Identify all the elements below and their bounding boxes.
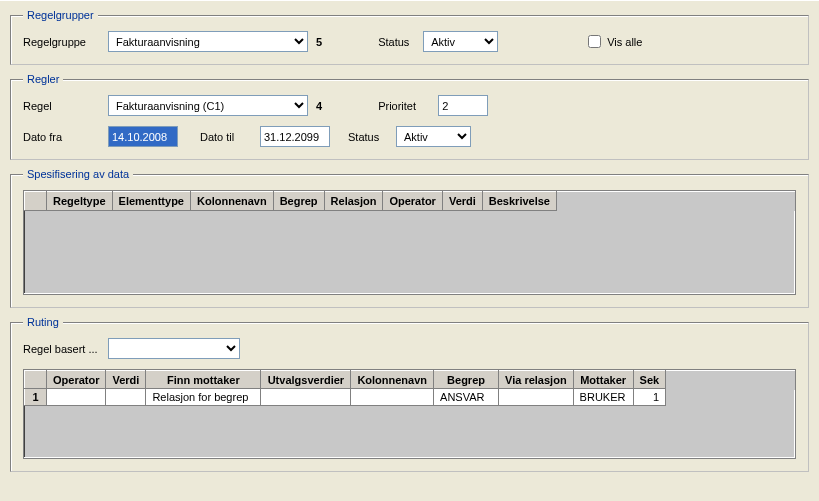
cell-kolonnenavn[interactable] — [351, 389, 434, 406]
label-prioritet: Prioritet — [378, 100, 438, 112]
input-prioritet[interactable] — [438, 95, 488, 116]
cell-utvalgsverdier[interactable] — [261, 389, 351, 406]
label-regelgruppe: Regelgruppe — [23, 36, 108, 48]
table-row[interactable]: 1 Relasjon for begrep ANSVAR BRUKER 1 — [25, 389, 666, 406]
table-spesifisering: Regeltype Elementtype Kolonnenavn Begrep… — [24, 191, 557, 211]
fieldset-regelgrupper: Regelgrupper Regelgruppe Fakturaanvisnin… — [10, 9, 809, 65]
cell-via-relasjon[interactable] — [499, 389, 574, 406]
table-header-row: Operator Verdi Finn mottaker Utvalgsverd… — [25, 371, 666, 389]
col-relasjon[interactable]: Relasjon — [324, 192, 383, 211]
checkbox-vis-alle[interactable] — [588, 35, 601, 48]
label-dato-til: Dato til — [200, 131, 260, 143]
col-kolonnenavn[interactable]: Kolonnenavn — [191, 192, 274, 211]
col-sek[interactable]: Sek — [633, 371, 666, 389]
fieldset-spesifisering: Spesifisering av data Regeltype Elementt… — [10, 168, 809, 308]
col-verdi[interactable]: Verdi — [106, 371, 146, 389]
label-status-regler: Status — [348, 131, 396, 143]
checkbox-vis-alle-wrapper[interactable]: Vis alle — [588, 35, 642, 48]
col-beskrivelse[interactable]: Beskrivelse — [482, 192, 556, 211]
regel-count: 4 — [316, 100, 322, 112]
select-regelgruppe[interactable]: Fakturaanvisning — [108, 31, 308, 52]
grid-ruting[interactable]: Operator Verdi Finn mottaker Utvalgsverd… — [23, 369, 796, 459]
label-regel: Regel — [23, 100, 108, 112]
legend-ruting: Ruting — [23, 316, 63, 328]
config-panel: Regelgrupper Regelgruppe Fakturaanvisnin… — [0, 0, 819, 501]
col-operator[interactable]: Operator — [47, 371, 106, 389]
col-elementtype[interactable]: Elementtype — [112, 192, 190, 211]
input-dato-til[interactable] — [260, 126, 330, 147]
legend-regelgrupper: Regelgrupper — [23, 9, 98, 21]
table-ruting: Operator Verdi Finn mottaker Utvalgsverd… — [24, 370, 666, 406]
cell-finn-mottaker[interactable]: Relasjon for begrep — [146, 389, 261, 406]
cell-rowindex[interactable]: 1 — [25, 389, 47, 406]
col-verdi[interactable]: Verdi — [442, 192, 482, 211]
col-operator[interactable]: Operator — [383, 192, 442, 211]
col-begrep[interactable]: Begrep — [273, 192, 324, 211]
col-rowselector[interactable] — [25, 192, 47, 211]
col-utvalgsverdier[interactable]: Utvalgsverdier — [261, 371, 351, 389]
select-regel-basert[interactable] — [108, 338, 240, 359]
col-regeltype[interactable]: Regeltype — [47, 192, 113, 211]
fieldset-regler: Regler Regel Fakturaanvisning (C1) 4 Pri… — [10, 73, 809, 160]
select-status-regler[interactable]: Aktiv — [396, 126, 471, 147]
cell-verdi[interactable] — [106, 389, 146, 406]
col-kolonnenavn[interactable]: Kolonnenavn — [351, 371, 434, 389]
cell-mottaker[interactable]: BRUKER — [573, 389, 633, 406]
col-rowselector[interactable] — [25, 371, 47, 389]
cell-operator[interactable] — [47, 389, 106, 406]
legend-spesifisering: Spesifisering av data — [23, 168, 133, 180]
regelgruppe-count: 5 — [316, 36, 322, 48]
grid-spesifisering[interactable]: Regeltype Elementtype Kolonnenavn Begrep… — [23, 190, 796, 295]
fieldset-ruting: Ruting Regel basert ... Operator Verdi F… — [10, 316, 809, 472]
label-dato-fra: Dato fra — [23, 131, 108, 143]
cell-begrep[interactable]: ANSVAR — [434, 389, 499, 406]
label-regel-basert: Regel basert ... — [23, 343, 108, 355]
select-status-regelgrupper[interactable]: Aktiv — [423, 31, 498, 52]
table-header-row: Regeltype Elementtype Kolonnenavn Begrep… — [25, 192, 557, 211]
cell-sek[interactable]: 1 — [633, 389, 666, 406]
legend-regler: Regler — [23, 73, 63, 85]
input-dato-fra[interactable] — [108, 126, 178, 147]
label-status: Status — [378, 36, 423, 48]
col-begrep[interactable]: Begrep — [434, 371, 499, 389]
col-via-relasjon[interactable]: Via relasjon — [499, 371, 574, 389]
col-finn-mottaker[interactable]: Finn mottaker — [146, 371, 261, 389]
label-vis-alle: Vis alle — [607, 36, 642, 48]
select-regel[interactable]: Fakturaanvisning (C1) — [108, 95, 308, 116]
col-mottaker[interactable]: Mottaker — [573, 371, 633, 389]
